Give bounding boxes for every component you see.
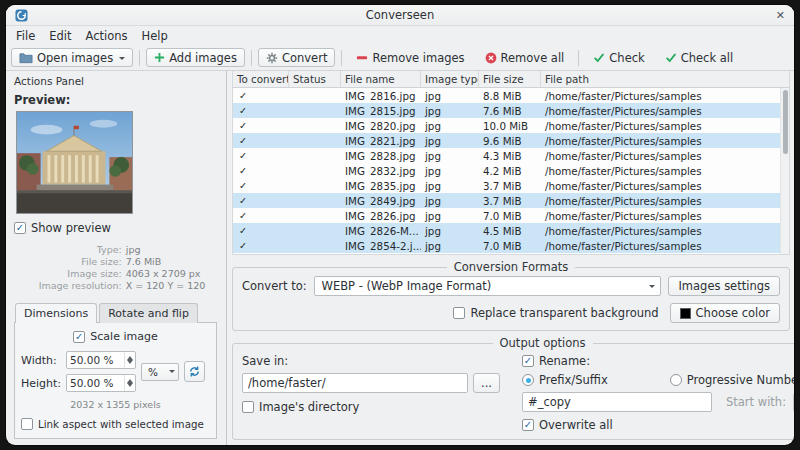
menu-item-help[interactable]: Help <box>135 28 175 44</box>
row-convert-check[interactable]: ✓ <box>233 195 289 206</box>
col-image-type[interactable]: Image type <box>421 71 479 87</box>
tab-rotate-and-flip[interactable]: Rotate and flip <box>99 303 198 323</box>
height-spin-buttons[interactable] <box>124 375 135 391</box>
table-row[interactable]: ✓ IMG_2826.jpg jpg 7.0 MiB /home/faster/… <box>233 208 780 223</box>
table-row[interactable]: ✓ IMG_2815.jpg jpg 7.6 MiB /home/faster/… <box>233 103 780 118</box>
table-row[interactable]: ✓ IMG_2832.jpg jpg 4.2 MiB /home/faster/… <box>233 163 780 178</box>
row-file-path: /home/faster/Pictures/samples <box>541 225 780 237</box>
menu-item-edit[interactable]: Edit <box>42 28 78 44</box>
row-image-type: jpg <box>421 195 479 207</box>
col-status[interactable]: Status <box>289 71 341 87</box>
row-convert-check[interactable]: ✓ <box>233 105 289 116</box>
sync-dimensions-button[interactable] <box>184 361 205 382</box>
scrollbar-thumb[interactable] <box>783 90 789 154</box>
col-to-convert[interactable]: To convert <box>233 71 289 87</box>
convert-button[interactable]: Convert <box>258 48 335 67</box>
row-convert-check[interactable]: ✓ <box>233 120 289 131</box>
prefix-suffix-radio[interactable] <box>522 374 534 386</box>
row-convert-check[interactable]: ✓ <box>233 210 289 221</box>
overwrite-all-checkbox[interactable] <box>522 419 534 431</box>
row-convert-check[interactable]: ✓ <box>233 240 289 251</box>
dimensions-tab-page: Scale image Width: % Height: <box>14 322 217 439</box>
menu-item-actions[interactable]: Actions <box>79 28 135 44</box>
table-row[interactable]: ✓ IMG_2821.jpg jpg 9.6 MiB /home/faster/… <box>233 133 780 148</box>
table-row[interactable]: ✓ IMG_2849.jpg jpg 3.7 MiB /home/faster/… <box>233 193 780 208</box>
save-path-input[interactable] <box>242 373 468 393</box>
table-row[interactable]: ✓ IMG_2854-2.j... jpg 7.0 MiB /home/fast… <box>233 238 780 253</box>
actions-panel: Actions Panel Preview: <box>6 71 227 445</box>
row-file-path: /home/faster/Pictures/samples <box>541 120 780 132</box>
col-file-name[interactable]: File name <box>341 71 421 87</box>
spin-down-icon[interactable] <box>127 383 133 390</box>
spin-down-icon[interactable] <box>127 360 133 367</box>
progressive-number-radio[interactable] <box>670 374 682 386</box>
check-button[interactable]: Check <box>585 48 652 67</box>
rename-pattern-input[interactable] <box>522 392 712 412</box>
link-aspect-checkbox[interactable] <box>21 418 33 430</box>
row-convert-check[interactable]: ✓ <box>233 150 289 161</box>
row-convert-check[interactable]: ✓ <box>233 90 289 101</box>
remove-all-button[interactable]: Remove all <box>477 48 573 67</box>
row-file-name: IMG_2854-2.j... <box>341 240 421 252</box>
start-with-stepper[interactable] <box>793 393 794 412</box>
row-file-path: /home/faster/Pictures/samples <box>541 210 780 222</box>
row-image-type: jpg <box>421 180 479 192</box>
table-row[interactable]: ✓ IMG_2828.jpg jpg 4.3 MiB /home/faster/… <box>233 148 780 163</box>
chevron-down-icon[interactable] <box>119 57 125 63</box>
table-row[interactable]: ✓ IMG_2835.jpg jpg 3.7 MiB /home/faster/… <box>233 178 780 193</box>
row-file-name: IMG_2826.jpg <box>341 210 421 222</box>
rename-checkbox[interactable] <box>522 355 534 367</box>
width-input[interactable] <box>67 354 124 366</box>
remove-images-button[interactable]: Remove images <box>348 48 472 67</box>
unit-select[interactable]: % <box>141 363 179 381</box>
spin-up-icon[interactable] <box>127 353 133 360</box>
add-images-button[interactable]: Add images <box>146 48 245 67</box>
browse-button[interactable]: ... <box>473 373 500 393</box>
show-preview-checkbox[interactable] <box>14 222 26 234</box>
col-file-path[interactable]: File path <box>541 71 789 87</box>
convert-label: Convert <box>282 51 327 65</box>
row-convert-check[interactable]: ✓ <box>233 180 289 191</box>
row-image-type: jpg <box>421 135 479 147</box>
info-type-value: jpg <box>126 244 218 255</box>
row-convert-check[interactable]: ✓ <box>233 135 289 146</box>
swap-refresh-icon <box>188 365 201 378</box>
col-file-size[interactable]: File size <box>479 71 541 87</box>
height-input[interactable] <box>67 377 124 389</box>
output-options-group: Output options Save in: ... Image's dire… <box>232 336 794 440</box>
row-file-size: 8.8 MiB <box>479 90 541 102</box>
images-directory-checkbox[interactable] <box>242 401 254 413</box>
close-icon[interactable]: ✕ <box>776 10 785 21</box>
choose-color-button[interactable]: Choose color <box>670 303 780 323</box>
menu-item-file[interactable]: File <box>9 28 42 44</box>
row-convert-check[interactable]: ✓ <box>233 165 289 176</box>
row-file-name: IMG_2832.jpg <box>341 165 421 177</box>
format-select[interactable]: WEBP - (WebP Image Format) <box>314 276 662 296</box>
height-stepper[interactable] <box>66 374 136 392</box>
open-images-button[interactable]: Open images <box>11 48 133 67</box>
format-value: WEBP - (WebP Image Format) <box>322 279 492 293</box>
replace-transparent-checkbox[interactable] <box>453 307 465 319</box>
scale-image-checkbox[interactable] <box>73 331 85 343</box>
row-file-path: /home/faster/Pictures/samples <box>541 90 780 102</box>
link-aspect-label: Link aspect with selected image <box>38 418 204 430</box>
save-in-label: Save in: <box>242 354 500 368</box>
row-convert-check[interactable]: ✓ <box>233 225 289 236</box>
tab-dimensions[interactable]: Dimensions <box>15 303 97 323</box>
row-file-size: 4.3 MiB <box>479 150 541 162</box>
spin-up-icon[interactable] <box>127 376 133 383</box>
preview-image <box>16 111 133 214</box>
table-row[interactable]: ✓ IMG_2826-M... jpg 4.5 MiB /home/faster… <box>233 223 780 238</box>
row-image-type: jpg <box>421 150 479 162</box>
titlebar[interactable]: Converseen ✕ <box>6 5 794 26</box>
table-row[interactable]: ✓ IMG_2816.jpg jpg 8.8 MiB /home/faster/… <box>233 88 780 103</box>
row-file-name: IMG_2816.jpg <box>341 90 421 102</box>
table-scrollbar[interactable] <box>780 88 789 254</box>
remove-minus-icon <box>356 53 368 62</box>
table-row[interactable]: ✓ IMG_2820.jpg jpg 10.0 MiB /home/faster… <box>233 118 780 133</box>
check-all-button[interactable]: Check all <box>657 48 741 67</box>
width-spin-buttons[interactable] <box>124 352 135 368</box>
width-stepper[interactable] <box>66 351 136 369</box>
actions-panel-title: Actions Panel <box>14 73 218 92</box>
images-settings-button[interactable]: Images settings <box>668 276 780 296</box>
